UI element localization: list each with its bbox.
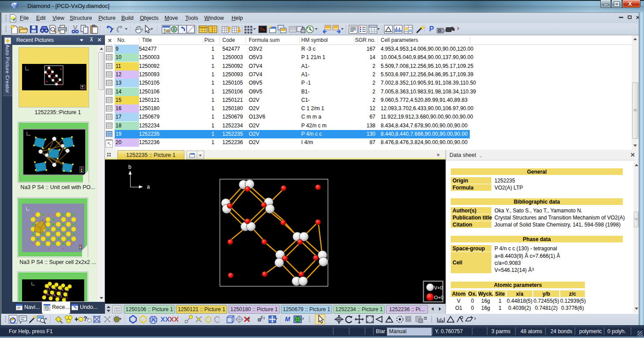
svg-text:?: ? — [83, 315, 87, 322]
svg-text:G: G — [406, 316, 410, 322]
svg-text:a: a — [147, 184, 150, 190]
svg-text:O+0: O+0 — [434, 295, 443, 300]
svg-text:V+0: V+0 — [434, 285, 443, 290]
svg-text:b: b — [128, 164, 131, 170]
